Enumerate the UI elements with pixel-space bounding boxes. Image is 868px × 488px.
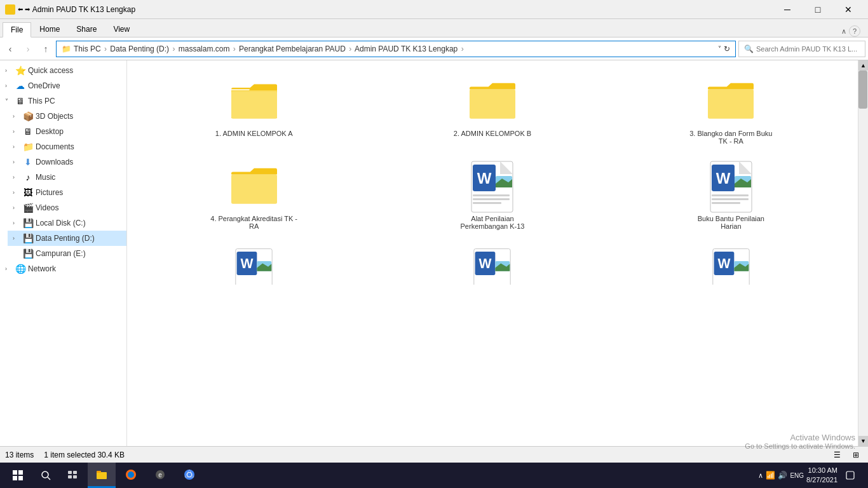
content-area: 1. ADMIN KELOMPOK A 2. ADMIN KELOMPOK B [127, 60, 858, 446]
expand-icon: › [13, 205, 20, 211]
scroll-up-btn[interactable]: ▲ [858, 60, 869, 71]
address-path[interactable]: 📁 This PC › Data Penting (D:) › massalam… [56, 41, 736, 57]
task-view-button[interactable] [58, 463, 86, 488]
scroll-track [858, 71, 868, 436]
svg-text:W: W [479, 256, 492, 271]
file-item-admin-b[interactable]: 2. ADMIN KELOMPOK B [376, 71, 609, 151]
svg-rect-18 [712, 198, 749, 200]
file-label: 4. Perangkat Akreditasi TK - RA [210, 215, 299, 230]
close-button[interactable]: ✕ [834, 0, 863, 19]
word-icon-container: W [224, 247, 285, 285]
main-container: › ⭐ Quick access › ☁ OneDrive ˅ 🖥 This P… [0, 60, 868, 446]
chevron-up-icon[interactable]: ∧ [758, 471, 763, 480]
sidebar-item-music[interactable]: › ♪ Music [8, 170, 126, 185]
expand-icon: › [13, 113, 20, 119]
sidebar-item-this-pc[interactable]: ˅ 🖥 This PC [0, 93, 126, 109]
ribbon-collapse-icon[interactable]: ∧ [841, 27, 846, 36]
sidebar-item-quick-access[interactable]: › ⭐ Quick access [0, 63, 126, 78]
sidebar-item-documents[interactable]: › 📁 Documents [8, 139, 126, 154]
tab-file[interactable]: File [3, 22, 31, 37]
sidebar-item-label: This PC [28, 97, 55, 105]
sidebar-item-desktop[interactable]: › 🖥 Desktop [8, 124, 126, 139]
tab-home[interactable]: Home [31, 22, 68, 37]
ribbon: File Home Share View ∧ ? [0, 19, 868, 37]
search-box[interactable]: 🔍 [738, 41, 865, 57]
extra-taskbar-button[interactable]: e [146, 463, 174, 488]
scrollbar[interactable]: ▲ ▼ [858, 60, 868, 446]
taskbar-search-button[interactable] [34, 463, 57, 488]
videos-icon: 🎬 [23, 203, 33, 213]
details-view-button[interactable]: ☰ [830, 448, 844, 462]
file-label: Alat Penilaian Perkembangan K-13 [448, 215, 537, 230]
svg-point-39 [42, 471, 48, 478]
onedrive-icon: ☁ [15, 81, 25, 91]
svg-rect-54 [846, 471, 854, 479]
ribbon-help-icon[interactable]: ? [849, 25, 860, 37]
expand-icon: › [5, 67, 13, 74]
tab-view[interactable]: View [105, 22, 138, 37]
scroll-thumb[interactable] [858, 71, 867, 109]
pictures-icon: 🖼 [23, 187, 33, 198]
sidebar-item-pictures[interactable]: › 🖼 Pictures [8, 185, 126, 200]
taskbar-clock[interactable]: 10:30 AM 8/27/2021 [806, 466, 837, 485]
status-right: ☰ ⊞ [830, 448, 863, 462]
clock-time: 10:30 AM [806, 466, 837, 475]
maximize-button[interactable]: □ [803, 0, 832, 19]
path-text: This PC › Data Penting (D:) › massalam.c… [74, 44, 465, 53]
sidebar-item-3d-objects[interactable]: › 📦 3D Objects [8, 109, 126, 124]
title-bar-left: ⬅ ➡ Admin PAUD TK K13 Lengkap [5, 4, 135, 15]
expand-icon: ˅ [5, 98, 13, 105]
search-input[interactable] [756, 45, 860, 53]
file-label: Buku Bantu Penilaian Harian [686, 215, 775, 230]
window-controls: ─ □ ✕ [773, 0, 863, 19]
file-item-word-4[interactable]: W [376, 241, 609, 292]
sidebar-item-network[interactable]: › 🌐 Network [0, 261, 126, 276]
file-item-admin-a[interactable]: 1. ADMIN KELOMPOK A [137, 71, 370, 151]
folder-icon [229, 79, 280, 125]
expand-icon: › [13, 235, 20, 241]
chrome-taskbar-button[interactable] [175, 463, 203, 488]
file-item-alat-penilaian[interactable]: W Alat Penilaian Perkembangan K-13 [376, 156, 609, 236]
network-sys-icon[interactable]: 📶 [766, 471, 775, 480]
svg-text:W: W [241, 256, 254, 271]
dropdown-arrow-icon[interactable]: ˅ [718, 45, 721, 52]
sidebar-item-label: OneDrive [28, 81, 60, 90]
file-explorer-icon [96, 470, 107, 480]
sidebar-item-downloads[interactable]: › ⬇ Downloads [8, 154, 126, 170]
file-item-word-5[interactable]: W [614, 241, 848, 292]
notification-button[interactable] [840, 463, 860, 488]
sidebar-item-local-disk-c[interactable]: › 💾 Local Disk (C:) [8, 215, 126, 231]
scroll-down-btn[interactable]: ▼ [858, 436, 869, 446]
network-icon: 🌐 [15, 264, 25, 274]
svg-rect-37 [13, 476, 17, 480]
large-icons-view-button[interactable]: ⊞ [849, 448, 863, 462]
sidebar-item-onedrive[interactable]: › ☁ OneDrive [0, 78, 126, 93]
start-button[interactable] [3, 463, 33, 488]
back-button[interactable]: ‹ [3, 41, 18, 57]
file-item-perangkat-akreditasi[interactable]: 4. Perangkat Akreditasi TK - RA [137, 156, 370, 236]
minimize-button[interactable]: ─ [773, 0, 802, 19]
forward-button[interactable]: › [20, 41, 36, 57]
file-item-blangko[interactable]: 3. Blangko dan Form Buku TK - RA [614, 71, 848, 151]
volume-icon[interactable]: 🔊 [778, 471, 787, 480]
file-item-buku-bantu[interactable]: W Buku Bantu Penilaian Harian [614, 156, 848, 236]
folder-icon-container [224, 161, 285, 212]
this-pc-icon: 🖥 [15, 96, 25, 106]
up-button[interactable]: ↑ [38, 41, 53, 57]
title-bar: ⬅ ➡ Admin PAUD TK K13 Lengkap ─ □ ✕ [0, 0, 868, 19]
sidebar-item-data-penting-d[interactable]: › 💾 Data Penting (D:) [8, 231, 126, 246]
file-label: 2. ADMIN KELOMPOK B [454, 130, 531, 137]
refresh-icon[interactable]: ↻ [724, 44, 730, 53]
quick-access-icon: ⭐ [15, 65, 25, 76]
sidebar-item-campuran-e[interactable]: 💾 Campuran (E:) [8, 246, 126, 261]
file-explorer-taskbar-button[interactable] [88, 463, 116, 488]
firefox-taskbar-button[interactable] [117, 463, 145, 488]
svg-rect-38 [18, 476, 23, 480]
file-item-word-3[interactable]: W [137, 241, 370, 292]
lang-icon[interactable]: ENG [790, 472, 804, 479]
this-pc-children: › 📦 3D Objects › 🖥 Desktop › 📁 Documents… [8, 109, 126, 261]
svg-rect-10 [473, 202, 501, 204]
tab-share[interactable]: Share [68, 22, 105, 37]
selected-info: 1 item selected 30.4 KB [44, 451, 125, 459]
sidebar-item-videos[interactable]: › 🎬 Videos [8, 200, 126, 215]
